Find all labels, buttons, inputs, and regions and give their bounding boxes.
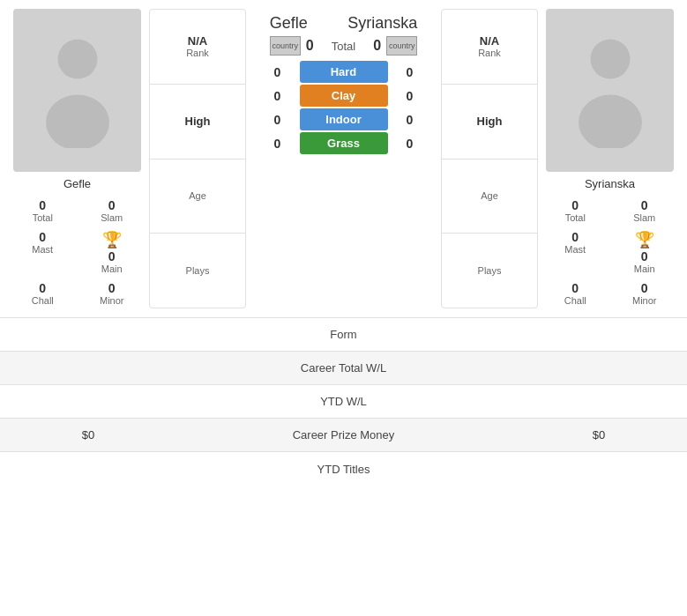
left-plays-row: Plays <box>150 234 245 308</box>
right-slam-stat: 0 Slam <box>611 196 679 226</box>
svg-point-0 <box>57 39 97 78</box>
right-middle-stats: N/A Rank High Age Plays <box>441 9 538 308</box>
right-plays-row: Plays <box>442 234 537 308</box>
left-rank-value: N/A <box>188 34 207 48</box>
left-country-flag: country <box>270 36 301 56</box>
left-slam-value: 0 <box>108 198 116 212</box>
prize-right-value: $0 <box>511 421 687 449</box>
left-minor-stat: 0 Minor <box>78 278 146 308</box>
clay-right-score: 0 <box>397 89 423 103</box>
total-row: country 0 Total 0 country <box>250 36 437 56</box>
grass-right-score: 0 <box>397 137 423 151</box>
left-trophy-icon: 🏆 <box>102 230 122 249</box>
career-wl-row: Career Total W/L <box>0 352 687 385</box>
left-total-score: 0 <box>306 38 314 54</box>
left-rank-label: Rank <box>186 48 209 58</box>
right-minor-stat: 0 Minor <box>611 278 679 308</box>
ytd-titles-left-value <box>0 462 176 476</box>
left-mast-label: Mast <box>32 244 53 255</box>
right-country-total: 0 country <box>373 36 417 56</box>
right-slam-value: 0 <box>641 198 648 212</box>
ytd-wl-right-value <box>511 395 687 409</box>
right-rank-value: N/A <box>480 34 499 48</box>
right-rank-row: N/A Rank <box>442 10 537 85</box>
left-total-stat: 0 Total <box>9 196 77 226</box>
hard-button[interactable]: Hard <box>300 61 388 83</box>
surface-row-grass: 0 Grass 0 <box>250 132 437 154</box>
left-age-label: Age <box>189 190 206 201</box>
right-chall-label: Chall <box>564 295 586 306</box>
right-main-label: Main <box>634 263 655 274</box>
comparison-section: Gefle 0 Total 0 Slam 0 Mast 🏆 0 Main <box>0 0 687 317</box>
right-player-avatar <box>546 9 674 172</box>
clay-button[interactable]: Clay <box>300 85 388 107</box>
right-total-value: 0 <box>571 198 579 212</box>
left-minor-value: 0 <box>108 281 116 295</box>
indoor-left-score: 0 <box>265 113 291 127</box>
center-right-name: Syrianska <box>347 14 417 33</box>
center-left-name: Gefle <box>270 14 308 33</box>
ytd-wl-label: YTD W/L <box>176 388 511 415</box>
left-high-row: High <box>150 85 245 160</box>
hard-right-score: 0 <box>397 65 423 79</box>
left-slam-stat: 0 Slam <box>78 196 146 226</box>
svg-point-2 <box>590 39 630 78</box>
left-chall-label: Chall <box>32 295 54 306</box>
left-player-name: Gefle <box>63 177 91 190</box>
right-main-value: 0 <box>641 249 648 263</box>
right-player-name: Syrianska <box>585 177 635 190</box>
prize-row: $0 Career Prize Money $0 <box>0 419 687 452</box>
right-total-stat: 0 Total <box>541 196 609 226</box>
left-total-value: 0 <box>39 198 46 212</box>
left-chall-value: 0 <box>39 281 46 295</box>
left-minor-label: Minor <box>100 295 124 306</box>
right-slam-label: Slam <box>633 212 655 223</box>
ytd-titles-row: YTD Titles <box>0 452 687 486</box>
total-label: Total <box>332 40 355 53</box>
bottom-rows: Form Career Total W/L YTD W/L $0 Career … <box>0 317 687 486</box>
surface-row-hard: 0 Hard 0 <box>250 61 437 83</box>
surface-row-clay: 0 Clay 0 <box>250 85 437 107</box>
right-high-value: High <box>477 115 503 128</box>
career-wl-left-value <box>0 361 176 375</box>
career-wl-label: Career Total W/L <box>176 354 511 382</box>
left-total-label: Total <box>33 212 53 223</box>
center-section: Gefle Syrianska country 0 Total 0 countr… <box>250 9 437 308</box>
ytd-titles-label: YTD Titles <box>176 456 511 483</box>
left-stats-grid: 0 Total 0 Slam 0 Mast 🏆 0 Main 0 <box>9 196 146 308</box>
right-chall-stat: 0 Chall <box>541 278 609 308</box>
left-player-avatar <box>13 9 141 172</box>
left-country-text: country <box>273 41 299 50</box>
right-minor-value: 0 <box>641 281 648 295</box>
right-total-score: 0 <box>373 38 381 54</box>
left-mast-stat: 0 Mast <box>9 227 77 277</box>
left-main-label: Main <box>101 263 123 274</box>
right-trophy-main: 🏆 0 Main <box>611 227 679 277</box>
svg-point-1 <box>46 94 109 148</box>
right-stats-grid: 0 Total 0 Slam 0 Mast 🏆 0 Main 0 <box>541 196 678 308</box>
left-player-card: Gefle 0 Total 0 Slam 0 Mast 🏆 0 Main <box>9 9 146 308</box>
grass-button[interactable]: Grass <box>300 132 388 154</box>
main-container: Gefle 0 Total 0 Slam 0 Mast 🏆 0 Main <box>0 0 687 486</box>
right-plays-label: Plays <box>478 265 502 276</box>
left-chall-stat: 0 Chall <box>9 278 77 308</box>
ytd-wl-row: YTD W/L <box>0 385 687 419</box>
left-high-value: High <box>185 115 211 128</box>
clay-left-score: 0 <box>265 89 291 103</box>
prize-label: Career Prize Money <box>176 421 511 449</box>
right-mast-stat: 0 Mast <box>541 227 609 277</box>
left-rank-row: N/A Rank <box>150 10 245 85</box>
right-trophy-icon: 🏆 <box>635 230 654 249</box>
hard-left-score: 0 <box>265 65 291 79</box>
indoor-button[interactable]: Indoor <box>300 108 388 130</box>
left-mast-value: 0 <box>39 230 46 244</box>
right-minor-label: Minor <box>632 295 657 306</box>
center-header: Gefle Syrianska <box>250 9 437 36</box>
ytd-titles-right-value <box>511 462 687 476</box>
ytd-wl-left-value <box>0 395 176 409</box>
right-chall-value: 0 <box>571 281 579 295</box>
right-age-row: Age <box>442 160 537 234</box>
left-country-total: country 0 <box>270 36 314 56</box>
right-total-label: Total <box>565 212 586 223</box>
surface-row-indoor: 0 Indoor 0 <box>250 108 437 130</box>
